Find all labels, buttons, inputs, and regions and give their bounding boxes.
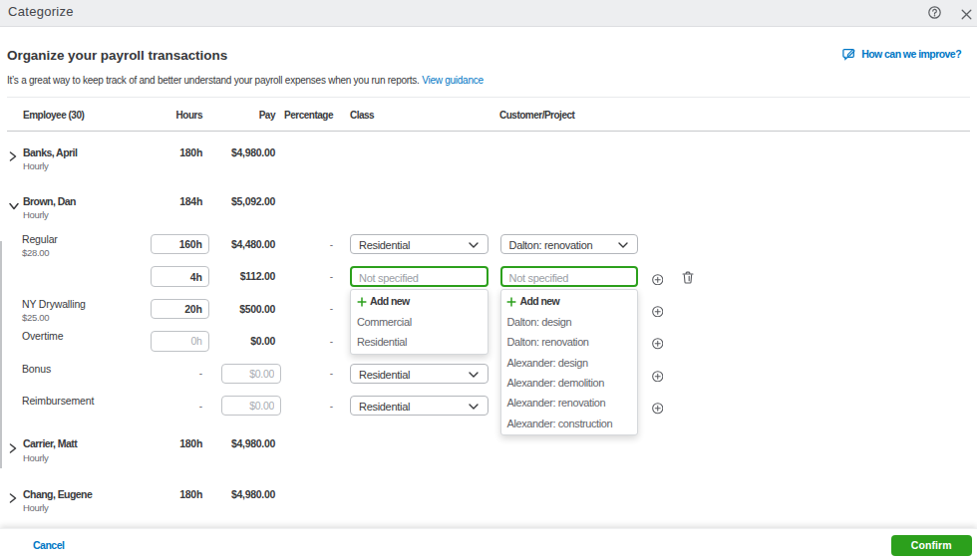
feedback-link[interactable]: How can we improve?	[861, 47, 961, 61]
page-subtitle: It’s a great way to keep track of and be…	[7, 74, 484, 87]
expand-chevron-banks[interactable]	[9, 147, 17, 165]
add-row-icon[interactable]	[652, 336, 664, 354]
menu-item-option[interactable]: Dalton: design	[501, 312, 638, 332]
add-row-icon[interactable]	[652, 401, 664, 419]
employee-pay: $4,980.00	[189, 488, 275, 501]
confirm-button[interactable]: Confirm	[891, 535, 972, 556]
menu-item-option[interactable]: Commercial	[351, 312, 488, 332]
close-icon[interactable]	[961, 6, 972, 24]
plus-circle-icon	[652, 274, 664, 286]
chevron-right-icon	[9, 443, 17, 453]
plus-icon	[357, 297, 367, 307]
select-value: Dalton: renovation	[509, 238, 593, 252]
employee-name[interactable]: Chang, Eugene	[23, 488, 92, 501]
question-mark-circle-icon	[928, 6, 941, 19]
class-combobox-focused[interactable]: Not specified	[350, 266, 488, 287]
employee-name[interactable]: Carrier, Matt	[23, 437, 77, 450]
expand-chevron-chang[interactable]	[9, 489, 17, 507]
trash-icon	[682, 271, 694, 284]
pay-item-percentage: -	[263, 367, 333, 380]
plus-circle-icon	[652, 403, 664, 415]
chevron-down-icon	[469, 242, 479, 248]
chevron-right-icon	[9, 493, 17, 503]
chevron-down-icon	[618, 242, 628, 248]
table-header-divider	[7, 131, 970, 132]
employee-name[interactable]: Banks, April	[23, 146, 77, 159]
scrollbar-thumb[interactable]	[0, 241, 2, 468]
pay-item-hours-dash: -	[120, 367, 202, 380]
pay-item-percentage: -	[263, 302, 333, 315]
pay-item-rate: $28.00	[22, 247, 49, 259]
class-select-regular[interactable]: Residential	[350, 234, 488, 255]
select-value: Residential	[359, 400, 410, 414]
class-select-bonus[interactable]: Residential	[350, 364, 488, 385]
view-guidance-link[interactable]: View guidance	[422, 75, 484, 86]
employee-type: Hourly	[23, 209, 48, 221]
cancel-button[interactable]: Cancel	[33, 538, 64, 552]
plus-circle-icon	[652, 306, 664, 318]
menu-item-option[interactable]: Alexander: design	[501, 353, 638, 373]
pay-item-label: Regular	[22, 233, 58, 246]
expand-chevron-carrier[interactable]	[9, 439, 17, 457]
add-row-icon[interactable]	[652, 303, 664, 321]
dialog-title: Categorize	[8, 3, 74, 20]
employee-pay: $5,092.00	[189, 195, 275, 208]
help-icon[interactable]	[928, 5, 941, 23]
menu-item-option[interactable]: Alexander: renovation	[501, 393, 638, 413]
plus-icon	[506, 297, 516, 307]
column-header-percentage: Percentage	[263, 109, 333, 122]
employee-type: Hourly	[23, 452, 48, 464]
pay-item-hours-dash: -	[120, 400, 202, 413]
collapse-chevron-brown[interactable]	[9, 196, 19, 214]
menu-item-add-new[interactable]: Add new	[351, 291, 488, 311]
pay-item-label: Bonus	[22, 363, 51, 376]
add-row-icon[interactable]	[652, 271, 664, 289]
combobox-value: Not specified	[509, 271, 569, 285]
customer-dropdown-menu: Add new Dalton: design Dalton: renovatio…	[500, 289, 639, 435]
pay-item-percentage: -	[263, 238, 333, 251]
x-icon	[961, 9, 972, 20]
pay-item-percentage: -	[263, 270, 333, 283]
pay-item-label: Reimbursement	[22, 395, 94, 408]
chevron-down-icon	[469, 404, 479, 410]
feedback-link-label: How can we improve?	[861, 48, 961, 60]
dialog-footer: Cancel Confirm	[0, 528, 977, 560]
chevron-down-icon	[469, 372, 479, 378]
select-value: Residential	[359, 238, 410, 252]
chevron-right-icon	[9, 151, 17, 161]
feedback-bubble-icon	[842, 47, 856, 61]
menu-item-option[interactable]: Dalton: renovation	[501, 332, 638, 352]
add-row-icon[interactable]	[652, 368, 664, 386]
categorize-dialog: Categorize Organize your payroll transac…	[0, 0, 977, 560]
pay-item-label: NY Drywalling	[22, 298, 86, 311]
customer-select-regular[interactable]: Dalton: renovation	[500, 234, 639, 255]
delete-row-icon[interactable]	[682, 270, 694, 288]
menu-item-add-new[interactable]: Add new	[501, 291, 638, 311]
class-select-reimbursement[interactable]: Residential	[350, 396, 488, 417]
customer-combobox-focused[interactable]: Not specified	[500, 266, 639, 287]
chevron-down-icon	[9, 202, 19, 210]
menu-item-option[interactable]: Residential	[351, 332, 488, 352]
menu-item-option[interactable]: Alexander: construction	[501, 414, 638, 433]
column-header-customer: Customer/Project	[499, 109, 574, 122]
dialog-titlebar: Categorize	[0, 0, 977, 27]
employee-type: Hourly	[23, 502, 48, 514]
column-header-employee: Employee (30)	[23, 109, 84, 122]
class-dropdown-menu: Add new Commercial Residential	[350, 289, 488, 355]
menu-item-option[interactable]: Alexander: demolition	[501, 373, 638, 393]
page-title: Organize your payroll transactions	[7, 46, 227, 65]
pay-item-percentage: -	[263, 335, 333, 348]
pay-item-label: Overtime	[22, 330, 63, 343]
employee-type: Hourly	[23, 160, 48, 172]
employee-pay: $4,980.00	[189, 146, 275, 159]
plus-circle-icon	[652, 371, 664, 383]
plus-circle-icon	[652, 338, 664, 350]
pay-item-percentage: -	[263, 400, 333, 413]
employee-name[interactable]: Brown, Dan	[23, 195, 76, 208]
combobox-value: Not specified	[359, 271, 419, 285]
column-header-class: Class	[350, 109, 374, 122]
menu-item-add-label: Add new	[520, 295, 560, 307]
subtitle-text: It’s a great way to keep track of and be…	[7, 75, 420, 86]
menu-item-add-label: Add new	[370, 295, 410, 307]
employee-pay: $4,980.00	[189, 437, 275, 450]
